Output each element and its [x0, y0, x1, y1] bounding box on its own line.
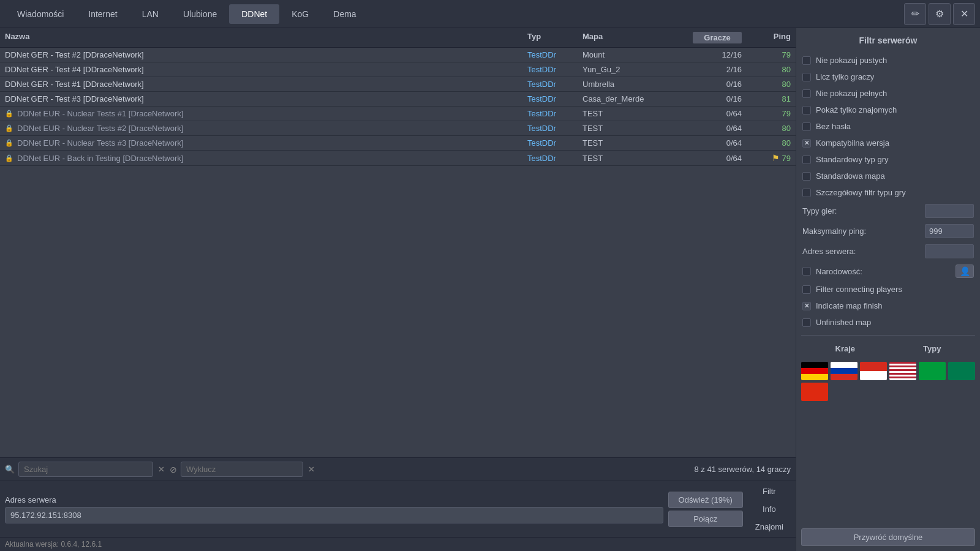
info-button[interactable]: Info: [748, 501, 791, 517]
table-row[interactable]: 🔒 DDNet EUR - Nuclear Tests #2 [DraceNet…: [0, 121, 796, 136]
checkbox-connecting[interactable]: [802, 285, 811, 294]
server-list-area: Nazwa Typ Mapa Gracze Ping DDNet GER - T…: [0, 28, 796, 551]
cell-type: TestDDr: [527, 138, 582, 148]
table-row[interactable]: DDNet GER - Test #1 [DDraceNetwork] Test…: [0, 77, 796, 92]
search-clear-button[interactable]: ✕: [157, 465, 166, 474]
search-icon: 🔍: [5, 465, 15, 474]
filter-connecting[interactable]: Filter connecting players: [801, 283, 975, 296]
tab-lan[interactable]: LAN: [130, 4, 171, 24]
filter-input-game-types[interactable]: [925, 204, 974, 218]
cell-ping: 79: [742, 50, 791, 59]
checkbox-2[interactable]: [802, 89, 811, 98]
filter-unfinished[interactable]: Unfinished map: [801, 316, 975, 329]
cell-players: 0/64: [693, 124, 742, 133]
col-header-type[interactable]: Typ: [527, 32, 582, 43]
cell-ping: 80: [742, 65, 791, 74]
lock-icon: 🔒: [5, 124, 13, 132]
filter-unfinished-label: Unfinished map: [816, 318, 871, 327]
table-row[interactable]: 🔒 DDNet EUR - Nuclear Tests #1 [DraceNet…: [0, 107, 796, 121]
checkbox-7[interactable]: [802, 172, 811, 181]
table-header: Nazwa Typ Mapa Gracze Ping: [0, 28, 796, 48]
cell-ping: 79: [742, 109, 791, 118]
tab-dema[interactable]: Dema: [321, 4, 368, 24]
filter-option-8[interactable]: Szczegółowy filtr typu gry: [801, 186, 975, 199]
cell-map: Yun_Gu_2: [582, 65, 693, 74]
cell-name: 🔒 DDNet EUR - Nuclear Tests #3 [DraceNet…: [5, 138, 527, 148]
filter-panel: Filtr serwerów Nie pokazuj pustych Licz …: [796, 28, 980, 551]
tab-ulubione[interactable]: Ulubione: [171, 4, 229, 24]
flag-usa[interactable]: [889, 362, 916, 380]
filter-label-3: Pokaż tylko znajomych: [816, 105, 897, 114]
checkbox-4[interactable]: [802, 122, 811, 131]
exclude-input[interactable]: [181, 462, 303, 477]
version-bar: Aktualna wersja: 0.6.4, 12.6.1: [0, 537, 796, 551]
checkbox-8[interactable]: [802, 189, 811, 197]
exclude-clear-button[interactable]: ✕: [307, 465, 316, 474]
tab-ddnet[interactable]: DDNet: [229, 4, 279, 24]
cell-map: Mount: [582, 50, 693, 59]
flag-south-africa[interactable]: [948, 362, 975, 380]
cell-name: 🔒 DDNet EUR - Nuclear Tests #1 [DraceNet…: [5, 109, 527, 118]
filter-input-max-ping[interactable]: [925, 224, 974, 238]
col-header-ping[interactable]: Ping: [742, 32, 791, 43]
lock-icon: 🔒: [5, 139, 13, 147]
close-button[interactable]: ✕: [953, 3, 975, 25]
filter-indicate-finish[interactable]: ✕ Indicate map finish: [801, 299, 975, 312]
reset-button[interactable]: Przywróć domyślne: [801, 528, 975, 546]
tab-internet[interactable]: Internet: [76, 4, 129, 24]
col-header-map[interactable]: Mapa: [582, 32, 693, 43]
address-row: Adres serwera Odśwież (19%) Połącz Filtr…: [0, 481, 796, 537]
cell-map: Umbrella: [582, 80, 693, 89]
tab-wiadomosci[interactable]: Wiadomości: [5, 4, 76, 24]
ping-arrow-icon: ⚑: [772, 153, 780, 163]
col-header-name[interactable]: Nazwa: [5, 32, 527, 43]
checkbox-6[interactable]: [802, 156, 811, 164]
table-row[interactable]: 🔒 DDNet EUR - Back in Testing [DDraceNet…: [0, 151, 796, 166]
tab-kog[interactable]: KoG: [279, 4, 321, 24]
filter-label-5: Kompatybilna wersja: [816, 138, 889, 148]
exclude-icon: ⊘: [170, 465, 177, 474]
nationality-select-button[interactable]: 👤: [956, 264, 974, 278]
znajomi-button[interactable]: Znajomi: [748, 519, 791, 534]
check-mark: ✕: [804, 140, 809, 146]
checkbox-indicate[interactable]: ✕: [802, 302, 811, 310]
checkbox-1[interactable]: [802, 73, 811, 81]
filter-option-7[interactable]: Standardowa mapa: [801, 170, 975, 182]
connect-button[interactable]: Połącz: [668, 511, 743, 527]
filter-option-6[interactable]: Standardowy typ gry: [801, 153, 975, 166]
filter-option-4[interactable]: Bez hasła: [801, 120, 975, 133]
checkbox-5[interactable]: ✕: [802, 139, 811, 148]
filter-input-label-0: Typy gier:: [802, 206, 920, 216]
flag-brazil[interactable]: [919, 362, 946, 380]
checkbox-0[interactable]: [802, 56, 811, 65]
check-mark-indicate: ✕: [804, 302, 809, 309]
table-row[interactable]: DDNet GER - Test #2 [DDraceNetwork] Test…: [0, 48, 796, 62]
settings-button[interactable]: ⚙: [929, 3, 951, 25]
action-buttons: Odśwież (19%) Połącz: [668, 492, 743, 527]
filter-button[interactable]: Filtr: [748, 484, 791, 499]
search-bar: 🔍 ✕ ⊘ ✕ 8 z 41 serwerów, 14 graczy: [0, 457, 796, 481]
side-buttons: Filtr Info Znajomi: [748, 484, 791, 534]
flag-chile[interactable]: [860, 362, 887, 380]
filter-option-5[interactable]: ✕ Kompatybilna wersja: [801, 137, 975, 149]
search-input[interactable]: [18, 462, 153, 477]
types-label: Typy: [923, 344, 941, 353]
flag-russia[interactable]: [831, 362, 858, 380]
filter-input-server-address[interactable]: [925, 244, 974, 258]
table-row[interactable]: 🔒 DDNet EUR - Nuclear Tests #3 [DraceNet…: [0, 136, 796, 151]
checkbox-3[interactable]: [802, 106, 811, 114]
edit-button[interactable]: ✏: [904, 3, 926, 25]
flag-china[interactable]: [801, 383, 828, 401]
filter-option-0[interactable]: Nie pokazuj pustych: [801, 54, 975, 67]
filter-option-1[interactable]: Licz tylko graczy: [801, 70, 975, 83]
flag-germany[interactable]: [801, 362, 828, 380]
nationality-checkbox[interactable]: [802, 267, 811, 276]
table-row[interactable]: DDNet GER - Test #3 [DDraceNetwork] Test…: [0, 92, 796, 107]
address-input[interactable]: [5, 507, 663, 523]
checkbox-unfinished[interactable]: [802, 318, 811, 327]
filter-option-3[interactable]: Pokaż tylko znajomych: [801, 103, 975, 116]
refresh-button[interactable]: Odśwież (19%): [668, 492, 743, 508]
filter-option-2[interactable]: Nie pokazuj pełnych: [801, 87, 975, 100]
col-header-players[interactable]: Gracze: [693, 32, 742, 43]
table-row[interactable]: DDNet GER - Test #4 [DDraceNetwork] Test…: [0, 62, 796, 77]
